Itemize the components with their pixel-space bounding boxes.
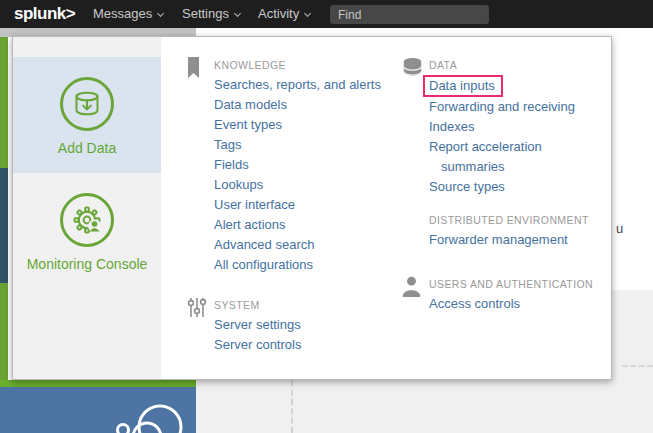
menu-link-source-types[interactable]: Source types (429, 177, 607, 197)
background-teal-strip (0, 168, 8, 283)
background-green-bar (0, 380, 196, 387)
settings-dropdown-panel: Add Data (12, 36, 612, 380)
menu-link-advanced-search[interactable]: Advanced search (214, 235, 414, 255)
monitoring-console-tile[interactable]: Monitoring Console (13, 173, 161, 379)
section-distributed-environment: DISTRIBUTED ENVIRONMENT Forwarder manage… (429, 212, 607, 250)
sliders-icon (187, 297, 207, 318)
menu-link-alert-actions[interactable]: Alert actions (214, 215, 414, 235)
background-green-strip-top (0, 37, 8, 168)
background-dashed-divider-horizontal (622, 365, 653, 367)
user-icon (402, 276, 421, 297)
monitoring-console-icon (60, 193, 114, 247)
background-content-white (612, 28, 653, 290)
database-icon (402, 57, 423, 78)
chevron-down-icon (304, 10, 311, 17)
chevron-down-icon (234, 10, 241, 17)
menu-link-access-controls[interactable]: Access controls (429, 294, 607, 314)
data-inputs-highlight-box: Data inputs (423, 75, 503, 97)
settings-panel-left-column: Add Data (13, 37, 161, 379)
menu-link-forwarder-management[interactable]: Forwarder management (429, 230, 607, 250)
cloud-circles-icon (0, 387, 196, 433)
section-users-and-authentication-header: USERS AND AUTHENTICATION (429, 276, 607, 292)
menu-link-user-interface[interactable]: User interface (214, 195, 414, 215)
section-system-header: SYSTEM (214, 297, 414, 313)
section-distributed-environment-header: DISTRIBUTED ENVIRONMENT (429, 212, 607, 228)
menu-link-forwarding-and-receiving[interactable]: Forwarding and receiving (429, 97, 607, 117)
section-knowledge-header: KNOWLEDGE (214, 57, 414, 73)
find-search-input[interactable] (330, 5, 489, 24)
background-dashed-divider-vertical (291, 380, 293, 433)
top-navigation-bar: splunk> Messages Settings Activity (0, 0, 653, 28)
background-cloud-tile (0, 387, 196, 433)
splunk-app-window: u splunk> Messages Settings Activity (0, 0, 653, 433)
menu-link-server-settings[interactable]: Server settings (214, 315, 414, 335)
bookmark-icon (187, 57, 200, 79)
menu-link-data-models[interactable]: Data models (214, 95, 414, 115)
section-system: SYSTEM Server settings Server controls (214, 297, 414, 355)
menu-link-data-inputs[interactable]: Data inputs (429, 75, 607, 97)
add-data-icon (60, 77, 114, 131)
background-text-fragment: u (616, 221, 623, 236)
splunk-logo[interactable]: splunk> (14, 4, 75, 24)
menu-link-event-types[interactable]: Event types (214, 115, 414, 135)
section-data: DATA Data inputs Forwarding and receivin… (429, 57, 607, 197)
menu-link-lookups[interactable]: Lookups (214, 175, 414, 195)
background-green-strip-bottom (0, 283, 8, 380)
menu-link-server-controls[interactable]: Server controls (214, 335, 414, 355)
menu-link-indexes[interactable]: Indexes (429, 117, 607, 137)
chevron-down-icon (157, 10, 164, 17)
menu-messages[interactable]: Messages (93, 0, 163, 28)
monitoring-console-label: Monitoring Console (13, 256, 161, 272)
menu-link-fields[interactable]: Fields (214, 155, 414, 175)
menu-link-all-configurations[interactable]: All configurations (214, 255, 414, 275)
menu-link-searches-reports-alerts[interactable]: Searches, reports, and alerts (214, 75, 414, 95)
menu-link-report-acceleration-summaries[interactable]: Report acceleration summaries (429, 137, 607, 177)
section-users-and-authentication: USERS AND AUTHENTICATION Access controls (429, 276, 607, 314)
add-data-tile[interactable]: Add Data (13, 57, 161, 173)
section-data-header: DATA (429, 57, 607, 73)
menu-activity[interactable]: Activity (258, 0, 310, 28)
menu-link-tags[interactable]: Tags (214, 135, 414, 155)
add-data-label: Add Data (13, 140, 161, 156)
section-knowledge: KNOWLEDGE Searches, reports, and alerts … (214, 57, 414, 275)
menu-settings[interactable]: Settings (182, 0, 240, 28)
